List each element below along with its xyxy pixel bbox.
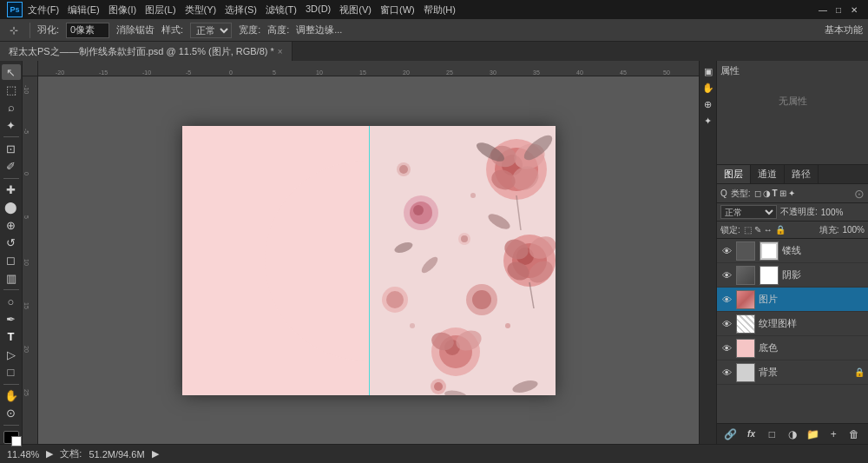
brush-tool[interactable]: ⬤ bbox=[2, 200, 21, 215]
minimize-button[interactable]: — bbox=[816, 3, 830, 17]
guide-line bbox=[369, 126, 370, 395]
layer-filter-pixel[interactable]: ◻ bbox=[754, 189, 761, 198]
eraser-tool[interactable]: ◻ bbox=[2, 253, 21, 268]
feather-input[interactable] bbox=[66, 23, 109, 38]
tool-separator-4 bbox=[3, 384, 19, 385]
layer-filter-text[interactable]: T bbox=[773, 189, 778, 198]
eyedropper-tool[interactable]: ✐ bbox=[2, 158, 21, 174]
foreground-color[interactable] bbox=[3, 431, 19, 444]
doc-tab-close[interactable]: × bbox=[278, 47, 283, 56]
layer-visibility-toggle[interactable]: 👁 bbox=[720, 343, 733, 354]
path-select-tool[interactable]: ▷ bbox=[2, 347, 21, 362]
zoom-tool[interactable]: ⊙ bbox=[2, 406, 21, 421]
doc-size: 51.2M/94.6M bbox=[89, 449, 144, 460]
workspace-profile[interactable]: 基本功能 bbox=[825, 23, 863, 36]
svg-point-28 bbox=[386, 291, 404, 308]
maximize-button[interactable]: □ bbox=[832, 3, 845, 17]
delete-layer-button[interactable]: 🗑 bbox=[846, 427, 862, 442]
layers-filter-bar: Q 类型: ◻ ◑ T ⊞ ✦ ⊙ bbox=[717, 184, 868, 203]
menu-help[interactable]: 帮助(H) bbox=[424, 3, 456, 17]
layer-thumbnail bbox=[736, 363, 755, 382]
history-tool[interactable]: ↺ bbox=[2, 235, 21, 250]
doc-tab[interactable]: 程太太PS之——制作线条款封面.psd @ 11.5% (图片, RGB/8) … bbox=[0, 42, 293, 61]
new-layer-button[interactable]: + bbox=[825, 427, 841, 442]
layer-visibility-toggle[interactable]: 👁 bbox=[720, 294, 733, 305]
layer-filter-smart[interactable]: ✦ bbox=[788, 189, 795, 198]
lock-all-icon[interactable]: 🔒 bbox=[775, 225, 786, 235]
gradient-tool[interactable]: ▥ bbox=[2, 270, 21, 286]
layer-item[interactable]: 👁 镂线 bbox=[717, 239, 868, 263]
menu-select[interactable]: 选择(S) bbox=[225, 3, 257, 17]
new-group-button[interactable]: 📁 bbox=[806, 427, 821, 442]
svg-point-44 bbox=[505, 323, 510, 328]
opacity-value[interactable]: 100% bbox=[821, 208, 844, 217]
layer-visibility-toggle[interactable]: 👁 bbox=[720, 319, 733, 329]
dodge-tool[interactable]: ○ bbox=[2, 294, 21, 309]
tab-channels[interactable]: 通道 bbox=[751, 165, 785, 183]
layer-name: 纹理图样 bbox=[759, 317, 865, 330]
menu-filter[interactable]: 滤镜(T) bbox=[266, 3, 297, 17]
close-button[interactable]: ✕ bbox=[847, 3, 861, 17]
healing-tool[interactable]: ✚ bbox=[2, 182, 21, 197]
layer-visibility-toggle[interactable]: 👁 bbox=[720, 270, 733, 281]
height-label: 高度: bbox=[267, 23, 289, 36]
clone-tool[interactable]: ⊕ bbox=[2, 217, 21, 233]
lock-pixel-icon[interactable]: ⬚ bbox=[744, 225, 752, 235]
crop-tool[interactable]: ⊡ bbox=[2, 141, 21, 156]
title-bar-controls: — □ ✕ bbox=[816, 3, 861, 17]
canvas-area[interactable]: -20 -15 -10 -5 0 5 10 15 20 25 30 35 40 … bbox=[23, 61, 699, 444]
menu-layer[interactable]: 图层(L) bbox=[145, 3, 175, 17]
type-tool[interactable]: T bbox=[2, 329, 21, 345]
menu-view[interactable]: 视图(V) bbox=[339, 3, 372, 17]
ruler-corner bbox=[23, 61, 38, 76]
menu-edit[interactable]: 编辑(E) bbox=[68, 3, 100, 17]
layer-visibility-toggle[interactable]: 👁 bbox=[720, 367, 733, 378]
menu-file[interactable]: 文件(F) bbox=[28, 3, 59, 17]
wand-tool[interactable]: ✦ bbox=[2, 117, 21, 133]
marquee-tool[interactable]: ⬚ bbox=[2, 82, 21, 97]
mini-tool-3[interactable]: ⊕ bbox=[701, 97, 715, 111]
mini-tool-1[interactable]: ▣ bbox=[701, 64, 715, 78]
svg-point-42 bbox=[470, 193, 476, 198]
layers-lock-row: 锁定: ⬚ ✎ ↔ 🔒 填充: 100% bbox=[717, 222, 868, 239]
layer-filter-toggle[interactable]: ⊙ bbox=[854, 187, 865, 201]
new-adjustment-button[interactable]: ◑ bbox=[785, 427, 800, 442]
layer-name: 阴影 bbox=[782, 268, 865, 281]
lock-position-icon[interactable]: ✎ bbox=[754, 225, 761, 235]
mini-tool-2[interactable]: ✋ bbox=[701, 81, 715, 95]
canvas-viewport[interactable] bbox=[38, 76, 699, 444]
add-style-button[interactable]: fx bbox=[744, 427, 760, 442]
tab-paths[interactable]: 路径 bbox=[785, 165, 819, 183]
menu-type[interactable]: 类型(Y) bbox=[185, 3, 217, 17]
fill-value[interactable]: 100% bbox=[842, 225, 865, 235]
layer-item[interactable]: 👁 图片 bbox=[717, 288, 868, 312]
blend-mode-select[interactable]: 正常 bbox=[720, 205, 777, 219]
menu-image[interactable]: 图像(I) bbox=[108, 3, 136, 17]
menu-window[interactable]: 窗口(W) bbox=[380, 3, 415, 17]
layer-item[interactable]: 👁 阴影 bbox=[717, 263, 868, 288]
layer-item[interactable]: 👁 纹理图样 bbox=[717, 312, 868, 336]
layer-name: 镂线 bbox=[782, 244, 865, 257]
layer-filter-adjust[interactable]: ◑ bbox=[763, 189, 771, 198]
layer-item[interactable]: 👁 底色 bbox=[717, 336, 868, 360]
lock-artboard-icon[interactable]: ↔ bbox=[764, 225, 773, 235]
options-bar: ⊹ 羽化: 消除锯齿 样式: 正常 宽度: 高度: 调整边缘... 基本功能 bbox=[0, 19, 868, 42]
right-panels: 属性 无属性 图层 通道 路径 Q 类型: ◻ ◑ T ⊞ ✦ bbox=[716, 61, 868, 444]
add-mask-button[interactable]: □ bbox=[764, 427, 779, 442]
layer-visibility-toggle[interactable]: 👁 bbox=[720, 246, 733, 256]
link-layers-button[interactable]: 🔗 bbox=[723, 427, 739, 442]
lasso-tool[interactable]: ⌕ bbox=[2, 100, 21, 116]
layer-item[interactable]: 👁 背景 🔒 bbox=[717, 360, 868, 385]
shape-tool[interactable]: □ bbox=[2, 364, 21, 380]
style-select[interactable]: 正常 bbox=[190, 23, 232, 38]
layer-filter-shape[interactable]: ⊞ bbox=[779, 189, 786, 198]
tab-layers[interactable]: 图层 bbox=[717, 165, 751, 183]
doc-tab-title: 程太太PS之——制作线条款封面.psd @ 11.5% (图片, RGB/8) … bbox=[9, 45, 274, 58]
anti-alias-label: 消除锯齿 bbox=[116, 23, 155, 36]
move-tool[interactable]: ↖ bbox=[2, 64, 21, 80]
menu-3d[interactable]: 3D(D) bbox=[306, 3, 331, 17]
pen-tool[interactable]: ✒ bbox=[2, 311, 21, 327]
hand-tool[interactable]: ✋ bbox=[2, 387, 21, 403]
layers-tabs: 图层 通道 路径 bbox=[717, 165, 868, 184]
mini-tool-4[interactable]: ✦ bbox=[701, 114, 715, 128]
